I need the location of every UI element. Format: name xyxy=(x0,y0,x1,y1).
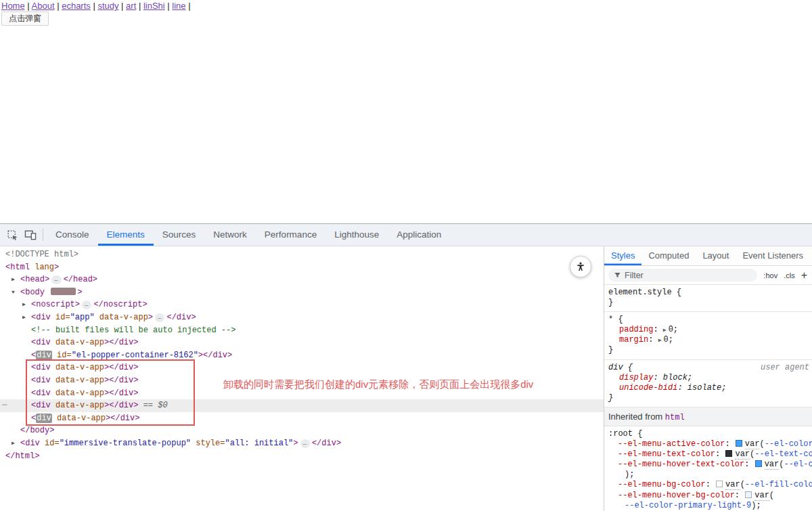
devtools-tab-lighthouse[interactable]: Lighthouse xyxy=(325,224,388,246)
nav-link-linshi[interactable]: linShi xyxy=(143,1,165,11)
dom-tree-row[interactable]: <!-- built files will be auto injected -… xyxy=(0,324,604,337)
expand-shorthand-icon: ▶ xyxy=(663,327,667,333)
styles-tab-layout[interactable]: Layout xyxy=(696,246,736,265)
dom-tree-row[interactable]: ▶<div id="app" data-v-app>…</div> xyxy=(0,311,604,324)
css-rule-row[interactable]: margin: ▶0; xyxy=(604,335,812,345)
color-swatch[interactable] xyxy=(755,460,762,467)
row-actions-dots-icon[interactable]: ⋯ xyxy=(2,399,7,412)
css-punctuation: : xyxy=(735,491,744,500)
css-rule-row[interactable]: } xyxy=(604,393,812,403)
code-token: > xyxy=(54,263,59,272)
nav-link-echarts[interactable]: echarts xyxy=(62,1,91,11)
css-punctuation: } xyxy=(608,298,613,307)
css-rule-row[interactable]: --el-color-primary-light-9); xyxy=(604,501,812,511)
code-token: <div xyxy=(31,388,51,398)
toggle-element-state-button[interactable]: :hov xyxy=(763,271,777,280)
nav-link-art[interactable]: art xyxy=(126,1,136,11)
color-swatch[interactable] xyxy=(745,491,752,498)
devtools-panel: ConsoleElementsSourcesNetworkPerformance… xyxy=(0,223,812,511)
css-rule-row[interactable]: unicode-bidi: isolate; xyxy=(604,383,812,393)
css-rule-row[interactable]: --el-menu-text-color: var(--el-text-colo… xyxy=(604,449,812,460)
dom-tree-row[interactable]: </body> xyxy=(0,424,604,437)
collapsed-content-ellipsis[interactable]: … xyxy=(82,301,91,309)
code-token: </html> xyxy=(5,451,39,461)
dom-tree-row[interactable]: <div id="el-popper-container-8162"></div… xyxy=(0,349,604,362)
styles-tab-event-listeners[interactable]: Event Listeners xyxy=(736,246,810,265)
code-token: <div xyxy=(31,313,51,322)
devtools-tab-sources[interactable]: Sources xyxy=(154,224,205,246)
color-swatch[interactable] xyxy=(725,450,732,457)
nav-link-study[interactable]: study xyxy=(97,1,118,11)
css-rule-row[interactable]: --el-menu-hover-text-color: var(--el-col… xyxy=(604,460,812,470)
devtools-tab-console[interactable]: Console xyxy=(47,224,98,246)
css-rule-row[interactable]: } xyxy=(604,298,812,308)
dom-tree-row[interactable]: <div data-v-app></div> xyxy=(0,412,604,425)
expand-arrow-icon[interactable]: ▼ xyxy=(12,286,15,299)
nav-separator: | xyxy=(186,1,194,11)
dom-tree-row[interactable]: <div data-v-app></div> xyxy=(0,336,604,349)
dom-tree-row[interactable]: <html lang> xyxy=(0,261,604,274)
nav-link-line[interactable]: line xyxy=(172,1,185,11)
dom-tree-row[interactable]: ▶<div id="immersive-translate-popup" sty… xyxy=(0,437,604,450)
nav-separator: | xyxy=(25,1,32,11)
devtools-tab-application[interactable]: Application xyxy=(388,224,450,246)
devtools-tab-elements[interactable]: Elements xyxy=(98,224,154,246)
accessibility-widget-button[interactable] xyxy=(570,256,591,277)
expand-arrow-icon[interactable]: ▶ xyxy=(22,298,26,311)
elements-tree-panel: <!DOCTYPE html><html lang>▶<head>…</head… xyxy=(0,246,604,511)
styles-tab-computed[interactable]: Computed xyxy=(641,246,696,265)
devtools-tab-performance[interactable]: Performance xyxy=(256,224,325,246)
comment-token: <!-- built files will be auto injected -… xyxy=(31,326,235,335)
expand-arrow-icon[interactable]: ▶ xyxy=(12,437,15,450)
css-var-function-link[interactable]: var xyxy=(745,439,760,449)
dom-tree-row[interactable]: ▶<head>…</head> xyxy=(0,273,604,286)
css-rule-row[interactable]: ); xyxy=(604,470,812,480)
dom-tree-row[interactable]: ⋯<div data-v-app></div> == $0 xyxy=(0,399,604,412)
expand-arrow-icon[interactable]: ▶ xyxy=(12,273,15,286)
nav-link-home[interactable]: Home xyxy=(1,1,25,11)
css-rule-row[interactable]: padding: ▶0; xyxy=(604,325,812,335)
styles-tab-styles[interactable]: Styles xyxy=(604,246,641,265)
css-var-function-link[interactable]: var xyxy=(725,480,740,490)
styles-filter-input[interactable]: Filter xyxy=(608,269,757,282)
css-rule-row[interactable]: :root { xyxy=(604,429,812,439)
attr-value-token: "all: initial" xyxy=(225,439,293,448)
css-rule-row[interactable]: --el-menu-active-color: var(--el-color-p… xyxy=(604,439,812,449)
expand-arrow-icon[interactable]: ▶ xyxy=(22,311,26,324)
css-punctuation: ; xyxy=(669,335,673,345)
devtools-tab-network[interactable]: Network xyxy=(204,224,256,246)
nav-link-about[interactable]: About xyxy=(32,1,55,11)
css-punctuation: : xyxy=(653,325,662,334)
inherited-node-link[interactable]: html xyxy=(665,413,685,422)
attr-name-token: style= xyxy=(191,439,225,448)
dom-tree-row[interactable]: <div data-v-app></div> xyxy=(0,361,604,374)
dom-tree-row[interactable]: </html> xyxy=(0,450,604,463)
inspect-element-icon[interactable] xyxy=(6,229,18,241)
css-rule-row[interactable]: display: block; xyxy=(604,373,812,383)
collapsed-content-ellipsis[interactable]: … xyxy=(155,313,164,322)
css-rule-row[interactable]: } xyxy=(604,345,812,355)
css-rule-row[interactable]: element.style { xyxy=(604,288,812,298)
css-var-function-link[interactable]: var xyxy=(754,491,769,501)
dom-tree-row[interactable]: <!DOCTYPE html> xyxy=(0,248,604,261)
popup-button[interactable]: 点击弹窗 xyxy=(1,12,49,26)
css-rule-row[interactable]: --el-menu-hover-bg-color: var( xyxy=(604,491,812,501)
css-var-function-link[interactable]: var xyxy=(735,449,750,460)
search-highlighted-tag: div xyxy=(36,351,52,360)
css-rule-row[interactable]: user agentdiv { xyxy=(604,363,812,373)
css-rule-row[interactable]: --el-menu-bg-color: var(--el-fill-color-… xyxy=(604,480,812,490)
collapsed-content-ellipsis[interactable]: … xyxy=(51,275,61,284)
dom-tree-row[interactable]: ▼<body > xyxy=(0,286,604,299)
code-token: <div xyxy=(31,363,51,372)
color-swatch[interactable] xyxy=(736,440,742,447)
toggle-classes-button[interactable]: .cls xyxy=(784,271,795,280)
new-style-rule-button[interactable]: + xyxy=(801,269,807,282)
device-toolbar-icon[interactable] xyxy=(24,229,37,241)
css-punctuation: : xyxy=(653,373,662,382)
css-var-function-link[interactable]: var xyxy=(765,460,780,470)
collapsed-content-ellipsis[interactable]: … xyxy=(300,439,310,448)
css-rule-row[interactable]: * { xyxy=(604,315,812,325)
accessibility-person-icon xyxy=(575,261,586,272)
color-swatch[interactable] xyxy=(716,481,723,487)
dom-tree-row[interactable]: ▶<noscript>…</noscript> xyxy=(0,298,604,311)
